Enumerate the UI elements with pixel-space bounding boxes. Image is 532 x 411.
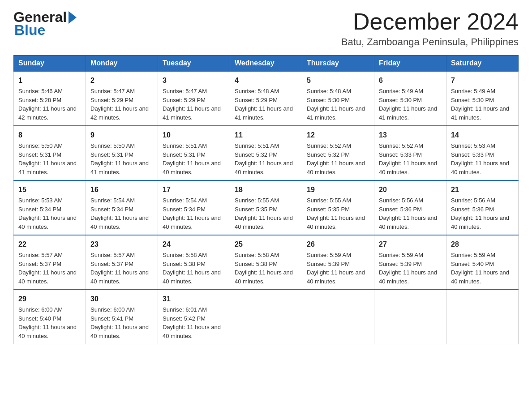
day-number: 1 (18, 75, 81, 86)
day-number: 29 (18, 294, 81, 304)
sunrise-info: Sunrise: 5:47 AM (163, 88, 207, 94)
day-of-week-header: Sunday (14, 56, 86, 72)
daylight-info: Daylight: 11 hours and 40 minutes. (163, 160, 221, 176)
sunset-info: Sunset: 5:31 PM (163, 151, 206, 158)
calendar-header-row: SundayMondayTuesdayWednesdayThursdayFrid… (14, 56, 519, 72)
month-title: December 2024 (341, 9, 519, 34)
day-of-week-header: Tuesday (158, 56, 230, 72)
daylight-info: Daylight: 11 hours and 41 minutes. (451, 105, 509, 121)
day-number: 21 (451, 184, 514, 195)
calendar-day-cell: 9 Sunrise: 5:50 AM Sunset: 5:31 PM Dayli… (86, 126, 158, 180)
sunrise-info: Sunrise: 5:50 AM (90, 142, 135, 149)
sunrise-info: Sunrise: 5:55 AM (307, 197, 351, 204)
sunrise-info: Sunrise: 5:58 AM (235, 252, 279, 258)
calendar-day-cell: 29 Sunrise: 6:00 AM Sunset: 5:40 PM Dayl… (14, 290, 86, 344)
sunrise-info: Sunrise: 5:58 AM (163, 252, 207, 258)
daylight-info: Daylight: 11 hours and 41 minutes. (90, 160, 149, 176)
day-number: 20 (379, 184, 442, 195)
sunset-info: Sunset: 5:37 PM (18, 261, 61, 267)
sunrise-info: Sunrise: 5:54 AM (90, 197, 135, 204)
daylight-info: Daylight: 11 hours and 41 minutes. (235, 105, 293, 121)
sunrise-info: Sunrise: 5:47 AM (90, 88, 135, 94)
calendar-day-cell: 20 Sunrise: 5:56 AM Sunset: 5:36 PM Dayl… (374, 180, 446, 235)
calendar-day-cell: 1 Sunrise: 5:46 AM Sunset: 5:28 PM Dayli… (14, 71, 86, 126)
day-number: 12 (307, 130, 369, 141)
sunrise-info: Sunrise: 5:57 AM (18, 252, 63, 258)
calendar-day-cell: 22 Sunrise: 5:57 AM Sunset: 5:37 PM Dayl… (14, 235, 86, 290)
day-number: 23 (90, 239, 153, 250)
day-of-week-header: Wednesday (230, 56, 302, 72)
calendar-week-row: 22 Sunrise: 5:57 AM Sunset: 5:37 PM Dayl… (14, 235, 519, 290)
day-number: 11 (235, 130, 297, 141)
day-of-week-header: Thursday (302, 56, 374, 72)
sunset-info: Sunset: 5:28 PM (18, 97, 61, 103)
sunset-info: Sunset: 5:31 PM (90, 151, 133, 158)
daylight-info: Daylight: 11 hours and 40 minutes. (451, 269, 509, 285)
calendar-day-cell (446, 290, 519, 344)
sunrise-info: Sunrise: 6:01 AM (163, 306, 207, 313)
calendar-day-cell: 10 Sunrise: 5:51 AM Sunset: 5:31 PM Dayl… (158, 126, 230, 180)
daylight-info: Daylight: 11 hours and 42 minutes. (90, 105, 149, 121)
sunset-info: Sunset: 5:32 PM (235, 151, 278, 158)
sunrise-info: Sunrise: 5:53 AM (451, 142, 495, 149)
calendar-day-cell: 24 Sunrise: 5:58 AM Sunset: 5:38 PM Dayl… (158, 235, 230, 290)
sunset-info: Sunset: 5:31 PM (18, 151, 61, 158)
sunrise-info: Sunrise: 5:52 AM (379, 142, 423, 149)
daylight-info: Daylight: 11 hours and 40 minutes. (235, 214, 293, 230)
daylight-info: Daylight: 11 hours and 41 minutes. (379, 105, 437, 121)
calendar-week-row: 8 Sunrise: 5:50 AM Sunset: 5:31 PM Dayli… (14, 126, 519, 180)
day-number: 16 (90, 184, 153, 195)
calendar-week-row: 15 Sunrise: 5:53 AM Sunset: 5:34 PM Dayl… (14, 180, 519, 235)
calendar-day-cell: 12 Sunrise: 5:52 AM Sunset: 5:32 PM Dayl… (302, 126, 374, 180)
location-title: Batu, Zamboanga Peninsula, Philippines (341, 36, 519, 48)
daylight-info: Daylight: 11 hours and 42 minutes. (18, 105, 77, 121)
calendar-day-cell: 11 Sunrise: 5:51 AM Sunset: 5:32 PM Dayl… (230, 126, 302, 180)
sunrise-info: Sunrise: 5:49 AM (379, 88, 423, 94)
sunset-info: Sunset: 5:39 PM (307, 261, 350, 267)
daylight-info: Daylight: 11 hours and 40 minutes. (90, 269, 149, 285)
daylight-info: Daylight: 11 hours and 40 minutes. (90, 324, 149, 339)
daylight-info: Daylight: 11 hours and 41 minutes. (18, 160, 77, 176)
daylight-info: Daylight: 11 hours and 40 minutes. (451, 214, 509, 230)
calendar-day-cell (374, 290, 446, 344)
sunrise-info: Sunrise: 5:57 AM (90, 252, 135, 258)
day-number: 18 (235, 184, 297, 195)
sunrise-info: Sunrise: 5:59 AM (451, 252, 495, 258)
sunset-info: Sunset: 5:35 PM (235, 206, 278, 213)
day-number: 28 (451, 239, 514, 250)
day-of-week-header: Monday (86, 56, 158, 72)
calendar-day-cell: 5 Sunrise: 5:48 AM Sunset: 5:30 PM Dayli… (302, 71, 374, 126)
calendar-day-cell (302, 290, 374, 344)
daylight-info: Daylight: 11 hours and 40 minutes. (18, 324, 77, 339)
sunset-info: Sunset: 5:37 PM (90, 261, 133, 267)
sunset-info: Sunset: 5:36 PM (451, 206, 494, 213)
day-number: 19 (307, 184, 369, 195)
calendar-day-cell: 2 Sunrise: 5:47 AM Sunset: 5:29 PM Dayli… (86, 71, 158, 126)
calendar-day-cell: 17 Sunrise: 5:54 AM Sunset: 5:34 PM Dayl… (158, 180, 230, 235)
logo-arrow-icon (69, 11, 77, 24)
day-of-week-header: Saturday (446, 56, 519, 72)
logo: General Blue (13, 9, 77, 39)
sunrise-info: Sunrise: 5:56 AM (451, 197, 495, 204)
sunset-info: Sunset: 5:33 PM (379, 151, 422, 158)
calendar-day-cell: 19 Sunrise: 5:55 AM Sunset: 5:35 PM Dayl… (302, 180, 374, 235)
day-number: 15 (18, 184, 81, 195)
sunrise-info: Sunrise: 5:46 AM (18, 88, 63, 94)
calendar-day-cell: 26 Sunrise: 5:59 AM Sunset: 5:39 PM Dayl… (302, 235, 374, 290)
sunrise-info: Sunrise: 5:49 AM (451, 88, 495, 94)
day-number: 9 (90, 130, 153, 141)
calendar-day-cell: 13 Sunrise: 5:52 AM Sunset: 5:33 PM Dayl… (374, 126, 446, 180)
calendar-day-cell: 27 Sunrise: 5:59 AM Sunset: 5:39 PM Dayl… (374, 235, 446, 290)
calendar-day-cell: 30 Sunrise: 6:00 AM Sunset: 5:41 PM Dayl… (86, 290, 158, 344)
sunrise-info: Sunrise: 5:55 AM (235, 197, 279, 204)
sunset-info: Sunset: 5:34 PM (90, 206, 133, 213)
sunset-info: Sunset: 5:30 PM (451, 97, 494, 103)
day-number: 5 (307, 75, 369, 86)
day-number: 14 (451, 130, 514, 141)
sunset-info: Sunset: 5:41 PM (90, 315, 133, 322)
day-number: 22 (18, 239, 81, 250)
sunset-info: Sunset: 5:38 PM (163, 261, 206, 267)
sunset-info: Sunset: 5:40 PM (451, 261, 494, 267)
calendar-day-cell: 15 Sunrise: 5:53 AM Sunset: 5:34 PM Dayl… (14, 180, 86, 235)
daylight-info: Daylight: 11 hours and 40 minutes. (235, 269, 293, 285)
